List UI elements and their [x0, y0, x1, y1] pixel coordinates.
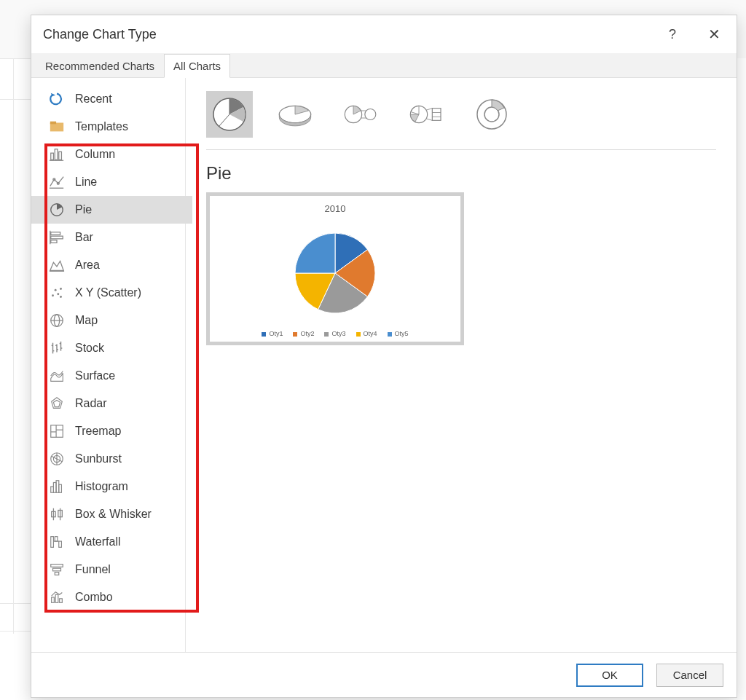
- legend-item: Oty2: [293, 330, 314, 337]
- category-area[interactable]: Area: [31, 251, 185, 279]
- category-stock[interactable]: Stock: [31, 334, 185, 362]
- svg-line-72: [426, 109, 432, 111]
- category-pie[interactable]: Pie: [31, 196, 185, 224]
- category-templates[interactable]: Templates: [31, 113, 185, 141]
- subtype-row: [206, 91, 716, 150]
- category-label: Waterfall: [75, 535, 121, 548]
- category-label: Recent: [75, 93, 112, 106]
- category-label: Box & Whisker: [75, 508, 152, 521]
- svg-rect-45: [59, 484, 62, 492]
- subtype-doughnut[interactable]: [468, 91, 515, 138]
- close-button[interactable]: ✕: [704, 25, 725, 43]
- category-waterfall[interactable]: Waterfall: [31, 528, 185, 556]
- category-radar[interactable]: Radar: [31, 390, 185, 417]
- category-label: Stock: [75, 342, 104, 355]
- category-column[interactable]: Column: [31, 141, 185, 168]
- subtype-bar-of-pie[interactable]: [403, 91, 449, 138]
- sunburst-icon: [49, 451, 65, 467]
- treemap-icon: [49, 423, 65, 439]
- category-bar[interactable]: Bar: [31, 224, 185, 251]
- column-icon: [49, 146, 65, 162]
- category-label: Funnel: [75, 563, 111, 576]
- templates-icon: [49, 119, 65, 135]
- category-box-whisker[interactable]: Box & Whisker: [31, 500, 185, 528]
- category-label: Column: [75, 148, 115, 161]
- category-sunburst[interactable]: Sunburst: [31, 445, 185, 473]
- svg-rect-50: [51, 537, 54, 548]
- category-line[interactable]: Line: [31, 168, 185, 196]
- category-histogram[interactable]: Histogram: [31, 473, 185, 500]
- recent-icon: [49, 91, 65, 107]
- category-recent[interactable]: Recent: [31, 85, 185, 113]
- svg-rect-58: [55, 594, 58, 602]
- svg-rect-54: [51, 565, 63, 567]
- category-label: X Y (Scatter): [75, 286, 141, 299]
- funnel-icon: [49, 562, 65, 578]
- combo-icon: [49, 589, 65, 605]
- category-label: Radar: [75, 397, 107, 410]
- category-label: Line: [75, 176, 97, 189]
- category-label: Combo: [75, 591, 113, 604]
- chart-subtype-panel: Pie 2010 Oty1 Oty2 Oty3 Oty4 Oty5: [186, 78, 737, 652]
- dialog-title: Change Chart Type: [43, 27, 157, 42]
- radar-icon: [49, 396, 65, 412]
- subtype-pie-3d[interactable]: [272, 91, 318, 138]
- svg-rect-55: [53, 568, 61, 571]
- waterfall-icon: [49, 534, 65, 550]
- line-icon: [49, 174, 65, 190]
- chart-category-list: Recent Templates Column Line: [31, 78, 186, 652]
- svg-point-18: [60, 288, 62, 290]
- subtype-pie-of-pie[interactable]: [337, 91, 384, 138]
- chart-preview[interactable]: 2010 Oty1 Oty2 Oty3 Oty4 Oty5: [206, 192, 464, 345]
- svg-rect-69: [432, 109, 441, 121]
- svg-point-16: [55, 289, 57, 291]
- category-surface[interactable]: Surface: [31, 362, 185, 390]
- svg-rect-56: [55, 573, 59, 575]
- svg-line-73: [426, 119, 432, 121]
- svg-rect-1: [50, 122, 56, 125]
- dialog-content: Recent Templates Column Line: [31, 78, 737, 652]
- svg-rect-34: [51, 425, 63, 438]
- svg-point-17: [57, 293, 59, 295]
- category-label: Treemap: [75, 425, 121, 438]
- histogram-icon: [49, 479, 65, 495]
- help-button[interactable]: ?: [669, 27, 676, 42]
- svg-marker-33: [53, 400, 60, 406]
- box-whisker-icon: [49, 506, 65, 522]
- legend-item: Oty3: [324, 330, 345, 337]
- svg-rect-10: [51, 232, 60, 235]
- surface-icon: [49, 368, 65, 384]
- area-icon: [49, 257, 65, 273]
- legend-item: Oty5: [388, 330, 409, 337]
- category-label: Pie: [75, 203, 92, 216]
- category-label: Sunburst: [75, 452, 122, 465]
- dialog-footer: OK Cancel: [31, 652, 737, 697]
- svg-rect-4: [59, 152, 62, 160]
- preview-chart-title: 2010: [325, 203, 346, 214]
- category-combo[interactable]: Combo: [31, 583, 185, 611]
- category-label: Histogram: [75, 480, 128, 493]
- ok-button[interactable]: OK: [576, 664, 643, 687]
- svg-rect-3: [55, 149, 58, 160]
- category-scatter[interactable]: X Y (Scatter): [31, 279, 185, 307]
- legend-item: Oty1: [262, 330, 283, 337]
- category-label: Area: [75, 259, 100, 272]
- category-label: Surface: [75, 369, 115, 382]
- svg-rect-59: [60, 599, 63, 603]
- category-treemap[interactable]: Treemap: [31, 417, 185, 445]
- dialog-titlebar: Change Chart Type ? ✕: [31, 15, 737, 53]
- subtype-pie[interactable]: [206, 91, 253, 138]
- category-label: Map: [75, 314, 98, 327]
- scatter-icon: [49, 285, 65, 301]
- tab-all-charts[interactable]: All Charts: [164, 54, 230, 78]
- subtype-title: Pie: [206, 163, 716, 184]
- preview-legend: Oty1 Oty2 Oty3 Oty4 Oty5: [262, 330, 408, 337]
- cancel-button[interactable]: Cancel: [656, 664, 723, 687]
- category-map[interactable]: Map: [31, 307, 185, 334]
- map-icon: [49, 312, 65, 329]
- category-funnel[interactable]: Funnel: [31, 556, 185, 583]
- pie-icon: [49, 202, 65, 218]
- tab-recommended-charts[interactable]: Recommended Charts: [36, 54, 164, 77]
- tab-strip: Recommended Charts All Charts: [31, 53, 737, 78]
- legend-item: Oty4: [356, 330, 377, 337]
